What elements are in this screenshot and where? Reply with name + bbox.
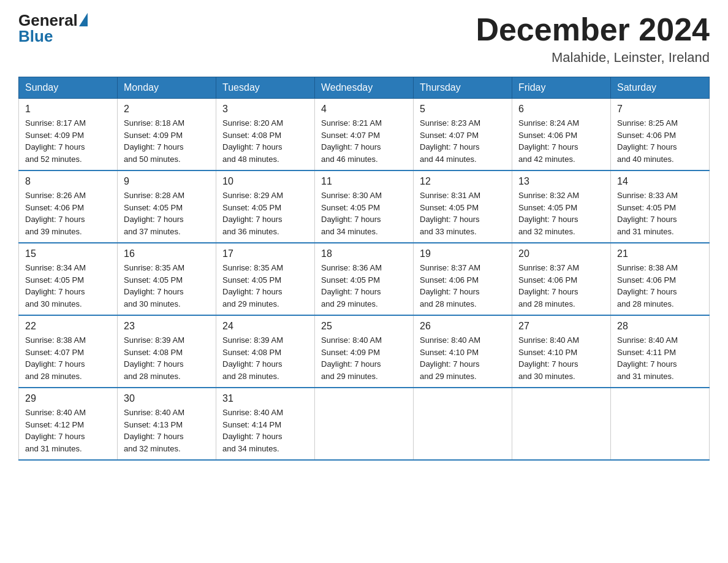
day-info: Sunrise: 8:17 AM Sunset: 4:09 PM Dayligh…	[25, 117, 111, 165]
day-cell	[512, 388, 611, 460]
day-info: Sunrise: 8:40 AM Sunset: 4:10 PM Dayligh…	[518, 334, 604, 382]
day-number: 8	[25, 176, 111, 187]
header-friday: Friday	[512, 77, 611, 99]
day-info: Sunrise: 8:28 AM Sunset: 4:05 PM Dayligh…	[124, 190, 210, 237]
day-info: Sunrise: 8:18 AM Sunset: 4:09 PM Dayligh…	[124, 117, 210, 165]
header-saturday: Saturday	[611, 77, 710, 99]
day-number: 26	[420, 321, 506, 332]
day-info: Sunrise: 8:40 AM Sunset: 4:14 PM Dayligh…	[222, 407, 308, 454]
day-number: 13	[518, 176, 604, 187]
day-number: 2	[124, 104, 210, 115]
day-cell	[315, 388, 414, 460]
day-cell: 8Sunrise: 8:26 AM Sunset: 4:06 PM Daylig…	[19, 170, 118, 243]
page-header: General Blue December 2024 Malahide, Lei…	[18, 12, 710, 66]
day-info: Sunrise: 8:39 AM Sunset: 4:08 PM Dayligh…	[124, 334, 210, 382]
day-number: 22	[25, 321, 111, 332]
week-row-4: 22Sunrise: 8:38 AM Sunset: 4:07 PM Dayli…	[19, 315, 710, 388]
day-cell: 6Sunrise: 8:24 AM Sunset: 4:06 PM Daylig…	[512, 99, 611, 171]
week-row-1: 1Sunrise: 8:17 AM Sunset: 4:09 PM Daylig…	[19, 99, 710, 171]
day-number: 9	[124, 176, 210, 187]
day-info: Sunrise: 8:34 AM Sunset: 4:05 PM Dayligh…	[25, 262, 111, 310]
header-thursday: Thursday	[414, 77, 512, 99]
day-info: Sunrise: 8:20 AM Sunset: 4:08 PM Dayligh…	[222, 117, 308, 165]
calendar-table: SundayMondayTuesdayWednesdayThursdayFrid…	[18, 77, 710, 461]
day-number: 28	[617, 321, 703, 332]
day-cell: 17Sunrise: 8:35 AM Sunset: 4:05 PM Dayli…	[216, 243, 315, 315]
day-info: Sunrise: 8:37 AM Sunset: 4:06 PM Dayligh…	[518, 262, 604, 310]
day-info: Sunrise: 8:40 AM Sunset: 4:09 PM Dayligh…	[321, 334, 407, 382]
day-cell: 7Sunrise: 8:25 AM Sunset: 4:06 PM Daylig…	[611, 99, 710, 171]
day-cell: 10Sunrise: 8:29 AM Sunset: 4:05 PM Dayli…	[216, 170, 315, 243]
week-row-5: 29Sunrise: 8:40 AM Sunset: 4:12 PM Dayli…	[19, 388, 710, 460]
day-number: 29	[25, 393, 111, 404]
day-info: Sunrise: 8:35 AM Sunset: 4:05 PM Dayligh…	[222, 262, 308, 310]
day-info: Sunrise: 8:40 AM Sunset: 4:12 PM Dayligh…	[25, 407, 111, 454]
day-cell: 23Sunrise: 8:39 AM Sunset: 4:08 PM Dayli…	[118, 315, 216, 388]
day-cell: 13Sunrise: 8:32 AM Sunset: 4:05 PM Dayli…	[512, 170, 611, 243]
day-number: 25	[321, 321, 407, 332]
day-number: 12	[420, 176, 506, 187]
day-number: 6	[518, 104, 604, 115]
week-row-3: 15Sunrise: 8:34 AM Sunset: 4:05 PM Dayli…	[19, 243, 710, 315]
day-info: Sunrise: 8:24 AM Sunset: 4:06 PM Dayligh…	[518, 117, 604, 165]
day-number: 1	[25, 104, 111, 115]
day-number: 23	[124, 321, 210, 332]
day-cell	[611, 388, 710, 460]
day-cell: 25Sunrise: 8:40 AM Sunset: 4:09 PM Dayli…	[315, 315, 414, 388]
day-number: 31	[222, 393, 308, 404]
day-info: Sunrise: 8:32 AM Sunset: 4:05 PM Dayligh…	[518, 190, 604, 237]
day-cell: 14Sunrise: 8:33 AM Sunset: 4:05 PM Dayli…	[611, 170, 710, 243]
day-info: Sunrise: 8:36 AM Sunset: 4:05 PM Dayligh…	[321, 262, 407, 310]
day-info: Sunrise: 8:40 AM Sunset: 4:10 PM Dayligh…	[420, 334, 506, 382]
day-number: 3	[222, 104, 308, 115]
day-info: Sunrise: 8:40 AM Sunset: 4:11 PM Dayligh…	[617, 334, 703, 382]
day-cell: 24Sunrise: 8:39 AM Sunset: 4:08 PM Dayli…	[216, 315, 315, 388]
day-number: 24	[222, 321, 308, 332]
day-cell: 29Sunrise: 8:40 AM Sunset: 4:12 PM Dayli…	[19, 388, 118, 460]
day-number: 4	[321, 104, 407, 115]
month-title: December 2024	[476, 12, 710, 47]
day-number: 30	[124, 393, 210, 404]
day-cell: 15Sunrise: 8:34 AM Sunset: 4:05 PM Dayli…	[19, 243, 118, 315]
day-cell: 31Sunrise: 8:40 AM Sunset: 4:14 PM Dayli…	[216, 388, 315, 460]
day-number: 19	[420, 248, 506, 259]
logo-general: General	[18, 12, 78, 28]
day-number: 16	[124, 248, 210, 259]
day-number: 17	[222, 248, 308, 259]
day-cell: 20Sunrise: 8:37 AM Sunset: 4:06 PM Dayli…	[512, 243, 611, 315]
day-info: Sunrise: 8:29 AM Sunset: 4:05 PM Dayligh…	[222, 190, 308, 237]
day-info: Sunrise: 8:38 AM Sunset: 4:07 PM Dayligh…	[25, 334, 111, 382]
day-cell: 1Sunrise: 8:17 AM Sunset: 4:09 PM Daylig…	[19, 99, 118, 171]
day-cell: 2Sunrise: 8:18 AM Sunset: 4:09 PM Daylig…	[118, 99, 216, 171]
week-row-2: 8Sunrise: 8:26 AM Sunset: 4:06 PM Daylig…	[19, 170, 710, 243]
day-cell: 3Sunrise: 8:20 AM Sunset: 4:08 PM Daylig…	[216, 99, 315, 171]
logo-triangle-icon	[79, 13, 88, 26]
day-cell: 19Sunrise: 8:37 AM Sunset: 4:06 PM Dayli…	[414, 243, 512, 315]
title-section: December 2024 Malahide, Leinster, Irelan…	[476, 12, 710, 66]
header-wednesday: Wednesday	[315, 77, 414, 99]
day-info: Sunrise: 8:40 AM Sunset: 4:13 PM Dayligh…	[124, 407, 210, 454]
day-cell: 9Sunrise: 8:28 AM Sunset: 4:05 PM Daylig…	[118, 170, 216, 243]
day-cell: 21Sunrise: 8:38 AM Sunset: 4:06 PM Dayli…	[611, 243, 710, 315]
day-cell: 12Sunrise: 8:31 AM Sunset: 4:05 PM Dayli…	[414, 170, 512, 243]
day-cell: 26Sunrise: 8:40 AM Sunset: 4:10 PM Dayli…	[414, 315, 512, 388]
day-info: Sunrise: 8:37 AM Sunset: 4:06 PM Dayligh…	[420, 262, 506, 310]
header-sunday: Sunday	[19, 77, 118, 99]
header-monday: Monday	[118, 77, 216, 99]
day-number: 10	[222, 176, 308, 187]
header-row: SundayMondayTuesdayWednesdayThursdayFrid…	[19, 77, 710, 99]
header-tuesday: Tuesday	[216, 77, 315, 99]
day-cell: 22Sunrise: 8:38 AM Sunset: 4:07 PM Dayli…	[19, 315, 118, 388]
day-info: Sunrise: 8:25 AM Sunset: 4:06 PM Dayligh…	[617, 117, 703, 165]
day-info: Sunrise: 8:35 AM Sunset: 4:05 PM Dayligh…	[124, 262, 210, 310]
day-cell: 30Sunrise: 8:40 AM Sunset: 4:13 PM Dayli…	[118, 388, 216, 460]
day-number: 14	[617, 176, 703, 187]
day-number: 11	[321, 176, 407, 187]
day-cell: 27Sunrise: 8:40 AM Sunset: 4:10 PM Dayli…	[512, 315, 611, 388]
day-cell: 18Sunrise: 8:36 AM Sunset: 4:05 PM Dayli…	[315, 243, 414, 315]
day-info: Sunrise: 8:26 AM Sunset: 4:06 PM Dayligh…	[25, 190, 111, 237]
day-number: 21	[617, 248, 703, 259]
day-number: 20	[518, 248, 604, 259]
day-cell: 11Sunrise: 8:30 AM Sunset: 4:05 PM Dayli…	[315, 170, 414, 243]
day-number: 15	[25, 248, 111, 259]
